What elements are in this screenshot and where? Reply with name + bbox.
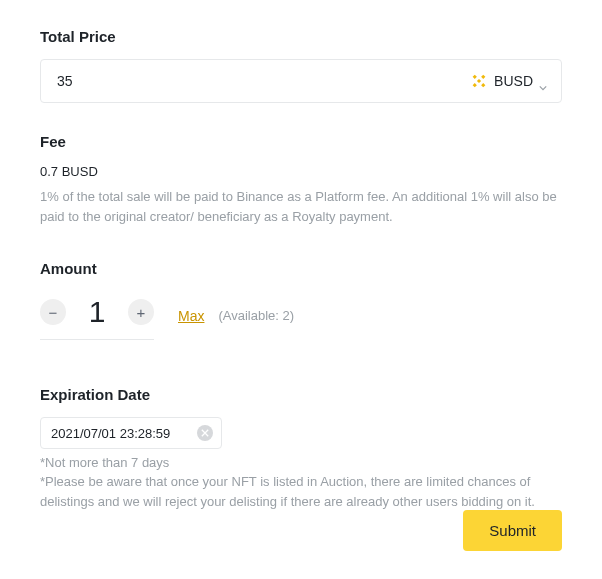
close-icon [201,428,209,439]
expiration-label: Expiration Date [40,386,562,403]
amount-value: 1 [80,295,114,329]
submit-button[interactable]: Submit [463,510,562,551]
max-link[interactable]: Max [178,308,204,324]
currency-selector[interactable]: BUSD [470,72,547,90]
fee-label: Fee [40,133,562,150]
svg-rect-4 [473,83,477,87]
total-price-label: Total Price [40,28,562,45]
expiration-note-warning: *Please be aware that once your NFT is l… [40,472,562,511]
expiration-input[interactable] [49,425,189,442]
svg-rect-3 [481,83,485,87]
increment-button[interactable]: + [128,299,154,325]
decrement-button[interactable]: − [40,299,66,325]
available-text: (Available: 2) [218,308,294,323]
busd-icon [470,72,488,90]
quantity-stepper: − 1 + [40,291,154,340]
fee-value: 0.7 BUSD [40,164,562,179]
currency-label: BUSD [494,73,533,89]
expiration-field [40,417,222,449]
amount-label: Amount [40,260,562,277]
svg-rect-0 [481,75,485,79]
total-price-input[interactable] [55,72,470,90]
chevron-down-icon [539,77,547,85]
clear-date-button[interactable] [197,425,213,441]
expiration-note-limit: *Not more than 7 days [40,455,562,470]
fee-description: 1% of the total sale will be paid to Bin… [40,187,562,226]
svg-rect-1 [477,79,481,83]
total-price-field: BUSD [40,59,562,103]
svg-rect-2 [473,75,477,79]
